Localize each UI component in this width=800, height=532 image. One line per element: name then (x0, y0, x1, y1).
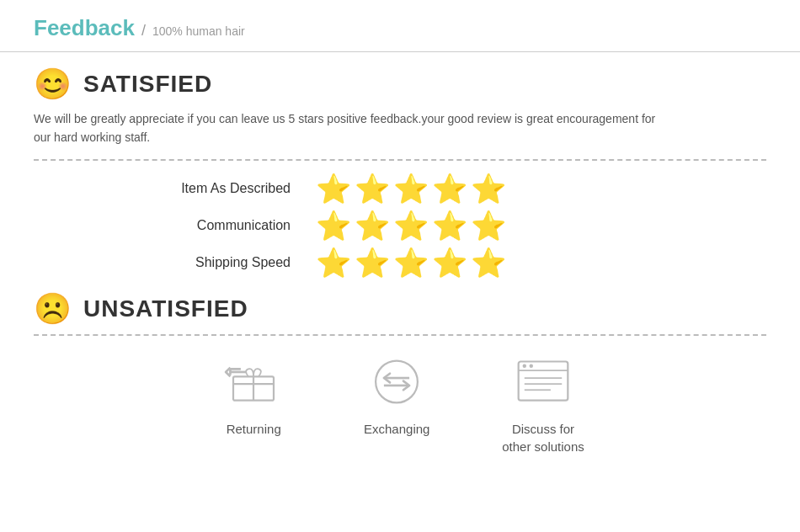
svg-rect-7 (519, 362, 568, 401)
star-1: ⭐ (316, 174, 351, 203)
option-exchanging: Exchanging (359, 353, 435, 455)
satisfied-header: 😊 SATISFIED (34, 69, 766, 99)
star-4: ⭐ (432, 174, 467, 203)
rating-row-item: Item As Described ⭐ ⭐ ⭐ ⭐ ⭐ (147, 174, 653, 203)
star-3: ⭐ (393, 248, 429, 277)
dashed-divider-bottom (34, 334, 766, 336)
returning-icon (220, 354, 287, 409)
discuss-label: Discuss forother solutions (502, 420, 584, 455)
unsatisfied-title: UNSATISFIED (83, 295, 248, 322)
exchanging-icon-wrap (359, 353, 435, 412)
star-2: ⭐ (355, 174, 390, 203)
unsatisfied-emoji: ☹️ (34, 294, 72, 324)
rating-row-communication: Communication ⭐ ⭐ ⭐ ⭐ ⭐ (147, 211, 653, 240)
star-3: ⭐ (393, 211, 429, 240)
star-5: ⭐ (471, 248, 506, 277)
stars-shipping: ⭐ ⭐ ⭐ ⭐ ⭐ (316, 248, 506, 277)
rating-label-item: Item As Described (147, 181, 291, 196)
ratings-table: Item As Described ⭐ ⭐ ⭐ ⭐ ⭐ Communicatio… (147, 174, 653, 277)
rating-label-communication: Communication (147, 218, 291, 233)
page-header: Feedback / 100% human hair (0, 0, 800, 52)
returning-label: Returning (227, 420, 281, 438)
option-returning: Returning (216, 353, 291, 455)
page-title: Feedback (34, 15, 135, 41)
header-slash: / (141, 22, 146, 40)
rating-row-shipping: Shipping Speed ⭐ ⭐ ⭐ ⭐ ⭐ (147, 248, 653, 277)
returning-icon-wrap (216, 353, 291, 412)
unsatisfied-section: ☹️ UNSATISFIED (34, 294, 766, 455)
svg-point-9 (523, 364, 526, 368)
satisfied-title: SATISFIED (83, 71, 212, 98)
exchanging-icon (363, 354, 430, 409)
unsatisfied-header: ☹️ UNSATISFIED (34, 294, 766, 324)
star-5: ⭐ (471, 211, 506, 240)
stars-item: ⭐ ⭐ ⭐ ⭐ ⭐ (316, 174, 506, 203)
rating-label-shipping: Shipping Speed (147, 255, 291, 270)
options-row: Returning Exchanging (34, 353, 766, 455)
discuss-icon (509, 354, 577, 409)
exchanging-label: Exchanging (364, 420, 429, 438)
star-1: ⭐ (316, 211, 351, 240)
dashed-divider-top (34, 159, 766, 161)
star-2: ⭐ (355, 248, 390, 277)
svg-point-4 (376, 361, 418, 403)
star-5: ⭐ (471, 174, 506, 203)
star-3: ⭐ (393, 174, 429, 203)
satisfied-section: 😊 SATISFIED We will be greatly appreciat… (34, 69, 766, 277)
svg-point-10 (530, 364, 533, 368)
option-discuss: Discuss forother solutions (502, 353, 584, 455)
discuss-icon-wrap (505, 353, 581, 412)
star-2: ⭐ (355, 211, 390, 240)
satisfied-description: We will be greatly appreciate if you can… (34, 109, 674, 147)
star-4: ⭐ (432, 211, 467, 240)
header-subtitle: 100% human hair (152, 24, 245, 38)
satisfied-emoji: 😊 (34, 69, 72, 99)
star-1: ⭐ (316, 248, 351, 277)
main-content: 😊 SATISFIED We will be greatly appreciat… (0, 52, 800, 472)
star-4: ⭐ (432, 248, 467, 277)
stars-communication: ⭐ ⭐ ⭐ ⭐ ⭐ (316, 211, 506, 240)
